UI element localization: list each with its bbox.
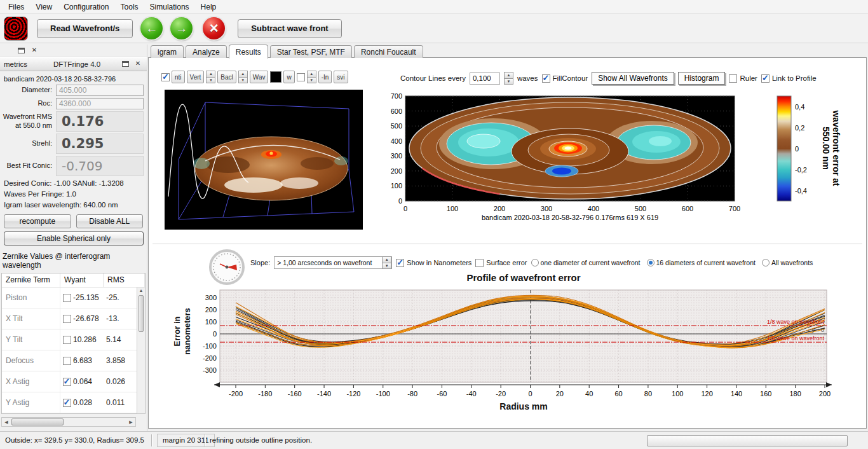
menu-configuration[interactable]: Configuration <box>58 1 114 13</box>
tab-analyze[interactable]: Analyze <box>186 45 227 58</box>
menu-files[interactable]: Files <box>3 1 30 13</box>
surface-3d-spinner[interactable]: ▲▼ <box>307 71 316 83</box>
slope-select[interactable]: > 1,00 arcseconds on wavefront ▲▼ <box>274 256 392 269</box>
link-to-profile-checkbox[interactable] <box>761 74 770 83</box>
background-color-swatch[interactable] <box>270 71 281 83</box>
svg-text:-200: -200 <box>229 390 243 397</box>
show-all-wavefronts-button[interactable]: Show All Wavefronts <box>592 72 674 85</box>
histogram-button[interactable]: Histogram <box>678 72 726 85</box>
contour-interval-spinner[interactable]: ▲▼ <box>504 72 513 85</box>
menu-simulations[interactable]: Simulations <box>144 1 195 13</box>
contour-plot[interactable]: 0100200300400500600700010020030040050060… <box>382 93 865 228</box>
zernike-wyant-value: 10.286 <box>73 335 106 344</box>
svg-text:-160: -160 <box>288 390 302 397</box>
surface-3d-checkbox-2[interactable] <box>297 73 305 81</box>
menu-view[interactable]: View <box>30 1 58 13</box>
zernike-enable-checkbox[interactable] <box>63 294 71 302</box>
zernike-rms-header[interactable]: RMS <box>104 273 145 287</box>
radio-one-diameter[interactable]: one diameter of current wavefront <box>531 259 641 266</box>
subtract-wavefront-button[interactable]: Subtract wave front <box>238 19 341 38</box>
recompute-button[interactable]: recompute <box>4 214 71 228</box>
zernike-enable-checkbox[interactable] <box>63 357 71 365</box>
roc-field[interactable]: 4360.000 <box>56 98 144 109</box>
slope-spinner[interactable]: ▲▼ <box>382 256 391 269</box>
enable-spherical-only-button[interactable]: Enable Spherical only <box>4 231 144 245</box>
zernike-rms-value: -25. <box>106 293 137 302</box>
diameter-field[interactable]: 405.000 <box>56 85 144 96</box>
strehl-value: 0.295 <box>56 134 144 154</box>
zernike-row-x-tilt: X Tilt-26.678-13. <box>2 308 137 329</box>
surface-error-option[interactable]: Surface error <box>475 259 527 267</box>
tab-ronchi-foucault[interactable]: Ronchi Foucault <box>354 45 423 58</box>
zernike-rms-value: 0.011 <box>106 398 137 407</box>
zernike-wyant-value: -26.678 <box>73 314 106 323</box>
zernike-wyant-header[interactable]: Wyant <box>60 273 104 287</box>
zernike-row-defocus: Defocus6.6833.858 <box>2 350 137 371</box>
save-view-button[interactable]: svi <box>334 71 348 83</box>
svg-text:wavefront error at550.00 nm: wavefront error at550.00 nm <box>821 109 841 186</box>
horizontal-splitter[interactable] <box>153 244 862 245</box>
zernike-term-header[interactable]: Zernike Term <box>2 273 60 287</box>
svg-text:0: 0 <box>398 197 402 205</box>
wave-scale-button[interactable]: Wav <box>250 71 269 83</box>
scroll-thumb[interactable] <box>11 418 64 425</box>
scroll-right-icon[interactable]: ▶ <box>126 420 135 425</box>
ruler-option[interactable]: Ruler <box>729 74 757 83</box>
scroll-up-icon[interactable]: ▲ <box>137 287 145 294</box>
show-nanometers-option[interactable]: Show in Nanometers <box>396 259 471 267</box>
background-button[interactable]: Bacl <box>217 71 236 83</box>
menu-tools[interactable]: Tools <box>115 1 144 13</box>
scroll-left-icon[interactable]: ◀ <box>2 420 11 425</box>
background-spinner[interactable]: ▲▼ <box>238 71 248 83</box>
svg-text:y = 0: y = 0 <box>811 327 824 333</box>
read-wavefronts-button[interactable]: Read Wavefront/s <box>37 19 133 38</box>
vertical-scale-button[interactable]: Vert <box>187 71 205 83</box>
dock-float-icon[interactable] <box>18 48 25 53</box>
zernike-wyant-value: 0.064 <box>73 377 106 386</box>
link-to-profile-label: Link to Profile <box>772 74 817 82</box>
previous-wavefront-button[interactable]: ← <box>140 17 163 39</box>
tab-star-test-psf-mtf[interactable]: Star Test, PSF, MTF <box>270 45 352 58</box>
ruler-checkbox[interactable] <box>729 74 737 83</box>
svg-text:300: 300 <box>391 152 402 160</box>
surface-3d-view[interactable] <box>165 90 363 230</box>
surface-3d-checkbox-1[interactable] <box>161 73 170 81</box>
radio-all-wavefronts[interactable]: All wavefronts <box>762 259 813 266</box>
surface-error-checkbox[interactable] <box>475 259 484 267</box>
zernike-enable-checkbox[interactable] <box>63 336 71 344</box>
dock-mini-bar: ✕ <box>0 45 147 57</box>
wavefront-contour-map <box>409 97 731 199</box>
zernike-term-label: X Tilt <box>2 308 60 329</box>
anti-alias-button[interactable]: nti <box>172 71 185 83</box>
zoom-in-button[interactable]: -In <box>318 71 332 83</box>
contour-interval-field[interactable]: 0,100 <box>470 73 500 85</box>
dock-close-icon[interactable]: ✕ <box>31 46 38 53</box>
vertical-scale-spinner[interactable]: ▲▼ <box>206 71 215 83</box>
progress-bar <box>647 435 848 446</box>
radio-button-icon <box>647 259 654 266</box>
w-button[interactable]: w <box>283 71 294 83</box>
next-wavefront-button[interactable]: → <box>170 17 193 39</box>
zernike-vertical-scrollbar[interactable]: ▲ <box>137 287 145 413</box>
right-arrow-icon: → <box>175 22 187 34</box>
link-to-profile-option[interactable]: Link to Profile <box>761 74 817 83</box>
menu-help[interactable]: Help <box>195 1 222 13</box>
show-nanometers-checkbox[interactable] <box>396 259 404 267</box>
disable-all-button[interactable]: Disable ALL <box>76 214 144 228</box>
dock-float-button[interactable] <box>122 61 129 67</box>
tab-results[interactable]: Results <box>229 45 268 59</box>
zernike-enable-checkbox[interactable] <box>63 399 71 407</box>
delete-wavefront-button[interactable]: ✕ <box>203 17 225 39</box>
svg-text:-100: -100 <box>203 342 217 350</box>
zernike-horizontal-scrollbar[interactable]: ◀ ▶ <box>1 417 136 427</box>
zernike-enable-checkbox[interactable] <box>63 315 71 323</box>
tab-igram[interactable]: igram <box>151 45 184 58</box>
radio-16-diameters[interactable]: 16 diameters of current wavefront <box>647 259 756 266</box>
zernike-checkbox-cell <box>60 357 73 365</box>
fill-contour-option[interactable]: FillContour <box>542 74 588 83</box>
zernike-enable-checkbox[interactable] <box>63 378 71 386</box>
scroll-thumb[interactable] <box>139 295 144 332</box>
svg-text:180: 180 <box>789 390 801 397</box>
dock-close-button[interactable]: ✕ <box>134 60 142 67</box>
fill-contour-checkbox[interactable] <box>542 74 550 83</box>
